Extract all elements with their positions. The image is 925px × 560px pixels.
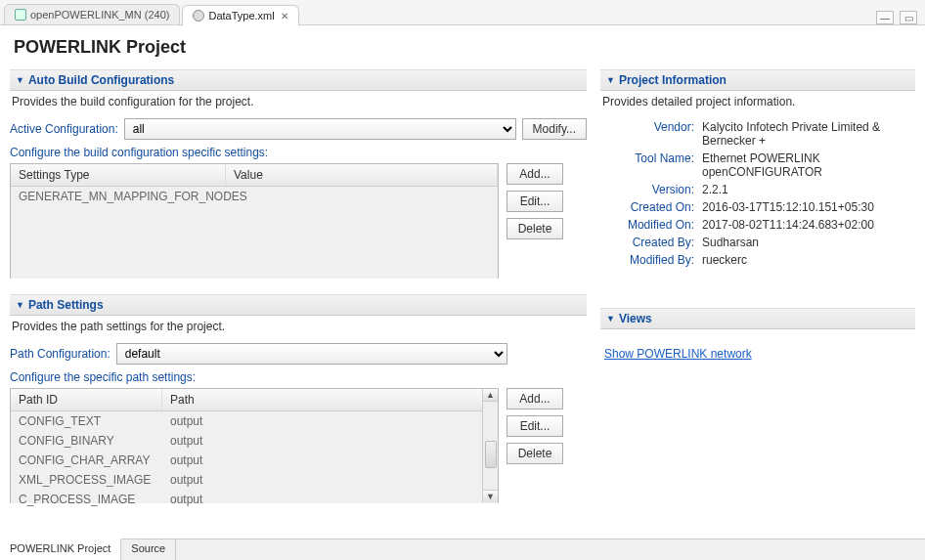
section-project-info-header[interactable]: ▼ Project Information (600, 69, 915, 91)
project-info-table: Vendor: Kalycito Infotech Private Limite… (600, 118, 915, 269)
active-configuration-label: Active Configuration: (10, 122, 118, 136)
col-path: Path (162, 389, 498, 410)
settings-type-cell: GENERATE_MN_MAPPING_FOR_NODES (11, 187, 226, 206)
scroll-up-icon[interactable]: ▲ (483, 389, 498, 402)
path-value-cell: output (162, 431, 210, 451)
chevron-down-icon: ▼ (16, 75, 24, 85)
editor-window-controls: — ▭ (876, 11, 925, 24)
created-by-value: Sudharsan (698, 234, 915, 251)
show-powerlink-network-link[interactable]: Show POWERLINK network (604, 347, 752, 361)
active-configuration-select[interactable]: all (124, 118, 516, 140)
col-settings-type: Settings Type (11, 164, 226, 186)
path-settings-sub-label: Configure the specific path settings: (10, 370, 587, 384)
path-settings-table[interactable]: Path ID Path CONFIG_TEXT output CONFIG_B… (10, 388, 499, 503)
delete-button[interactable]: Delete (507, 443, 563, 464)
path-id-cell: XML_PROCESS_IMAGE (11, 470, 162, 490)
modify-button[interactable]: Modify... (522, 118, 587, 140)
bottom-tab-project[interactable]: POWERLINK Project (0, 538, 121, 560)
gear-icon (193, 10, 204, 22)
path-id-cell: CONFIG_CHAR_ARRAY (11, 451, 162, 470)
section-title: Auto Build Configurations (28, 73, 174, 87)
table-row[interactable]: C_PROCESS_IMAGE output (11, 490, 482, 509)
path-id-cell: C_PROCESS_IMAGE (11, 490, 162, 509)
bottom-tab-bar: POWERLINK Project Source (0, 538, 925, 560)
path-id-cell: CONFIG_BINARY (11, 431, 162, 451)
path-value-cell: output (162, 451, 210, 470)
col-value: Value (226, 164, 498, 186)
tab-open-powerlink-mn[interactable]: openPOWERLINK_MN (240) (4, 4, 180, 24)
add-button[interactable]: Add... (507, 163, 563, 185)
created-by-label: Created By: (600, 234, 698, 251)
section-path-settings-header[interactable]: ▼ Path Settings (10, 294, 587, 316)
path-configuration-select[interactable]: default (116, 343, 507, 365)
project-info-desc: Provides detailed project information. (600, 91, 915, 118)
modified-on-label: Modified On: (600, 216, 698, 234)
auto-build-desc: Provides the build configuration for the… (10, 91, 587, 118)
bottom-tab-source[interactable]: Source (121, 539, 176, 560)
table-row[interactable]: GENERATE_MN_MAPPING_FOR_NODES (11, 187, 498, 206)
settings-value-cell (226, 187, 498, 206)
path-value-cell: output (162, 470, 210, 490)
version-value: 2.2.1 (698, 181, 915, 198)
section-title: Path Settings (28, 298, 104, 312)
section-title: Project Information (619, 73, 727, 87)
modified-on-value: 2017-08-02T11:14:24.683+02:00 (698, 216, 915, 234)
tab-label: DataType.xml (208, 10, 274, 22)
minimize-button[interactable]: — (876, 11, 894, 24)
chevron-down-icon: ▼ (606, 314, 615, 323)
table-row[interactable]: CONFIG_CHAR_ARRAY output (11, 451, 482, 470)
edit-button[interactable]: Edit... (507, 415, 563, 437)
path-configuration-label: Path Configuration: (10, 347, 110, 361)
tab-label: openPOWERLINK_MN (240) (30, 9, 169, 21)
vendor-label: Vendor: (600, 118, 698, 150)
close-icon[interactable]: ✕ (281, 11, 288, 22)
created-on-label: Created On: (600, 198, 698, 216)
scroll-thumb[interactable] (485, 441, 497, 468)
maximize-button[interactable]: ▭ (900, 11, 917, 24)
add-button[interactable]: Add... (507, 388, 563, 409)
path-settings-desc: Provides the path settings for the proje… (10, 316, 587, 343)
section-views-header[interactable]: ▼ Views (600, 308, 915, 329)
tab-datatype-xml[interactable]: DataType.xml ✕ (182, 5, 298, 25)
chevron-down-icon: ▼ (606, 75, 615, 85)
table-row[interactable]: CONFIG_TEXT output (11, 411, 482, 431)
editor-tab-bar: openPOWERLINK_MN (240) DataType.xml ✕ — … (0, 0, 925, 25)
file-icon (15, 9, 26, 21)
page-title: POWERLINK Project (0, 25, 925, 69)
path-value-cell: output (162, 411, 210, 431)
table-row[interactable]: CONFIG_BINARY output (11, 431, 482, 451)
table-row[interactable]: XML_PROCESS_IMAGE output (11, 470, 482, 490)
vendor-value: Kalycito Infotech Private Limited & Bern… (698, 118, 915, 150)
modified-by-label: Modified By: (600, 251, 698, 269)
version-label: Version: (600, 181, 698, 198)
chevron-down-icon: ▼ (16, 300, 24, 310)
section-auto-build-header[interactable]: ▼ Auto Build Configurations (10, 69, 587, 91)
modified-by-value: rueckerc (698, 251, 915, 269)
vertical-scrollbar[interactable]: ▲ ▼ (482, 389, 498, 502)
col-path-id: Path ID (11, 389, 162, 410)
path-id-cell: CONFIG_TEXT (11, 411, 162, 431)
tool-label: Tool Name: (600, 150, 698, 181)
section-title: Views (619, 312, 652, 325)
path-value-cell: output (162, 490, 210, 509)
edit-button[interactable]: Edit... (507, 191, 563, 212)
auto-build-settings-table[interactable]: Settings Type Value GENERATE_MN_MAPPING_… (10, 163, 499, 279)
delete-button[interactable]: Delete (507, 218, 563, 239)
scroll-down-icon[interactable]: ▼ (483, 490, 498, 502)
tool-value: Ethernet POWERLINK openCONFIGURATOR (698, 150, 915, 181)
auto-build-sub-label: Configure the build configuration specif… (10, 146, 587, 159)
created-on-value: 2016-03-17T15:12:10.151+05:30 (698, 198, 915, 216)
